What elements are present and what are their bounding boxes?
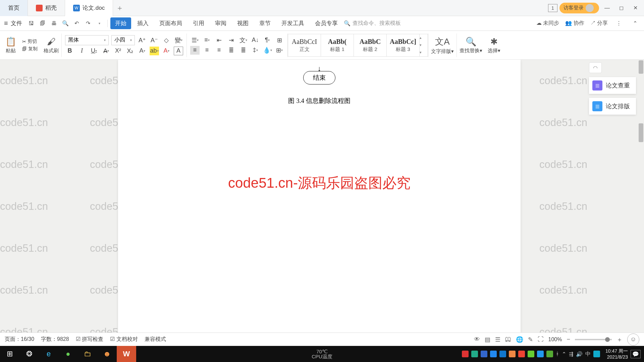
page[interactable]: ↓ 结束 图 3.4 信息删除流程图 code51.cn-源码乐园盗图必究: [118, 60, 521, 335]
menu-layout[interactable]: 页面布局: [155, 17, 187, 29]
guest-login-button[interactable]: 访客登录: [559, 3, 599, 13]
style-heading1[interactable]: AaBb(标题 1: [321, 34, 354, 56]
doc-check-toggle[interactable]: ☑ 文档校对: [110, 336, 138, 343]
qa-save-icon[interactable]: 🖫: [26, 18, 36, 28]
text-effects-icon[interactable]: A▾: [138, 47, 147, 55]
subscript-button[interactable]: X₂: [125, 47, 135, 55]
style-heading2[interactable]: AaBbC标题 2: [354, 34, 387, 56]
menu-view[interactable]: 视图: [232, 17, 253, 29]
collapse-ribbon-icon[interactable]: ⌃: [630, 18, 640, 28]
tray-icon[interactable]: [499, 351, 506, 357]
underline-button[interactable]: U▾: [89, 47, 99, 55]
show-marks-icon[interactable]: ¶▾: [263, 36, 272, 45]
task-app1-icon[interactable]: ❂: [19, 346, 39, 362]
font-color-button[interactable]: A▾: [162, 47, 171, 55]
scroll-thumb[interactable]: [639, 123, 643, 142]
side-toggle-icon[interactable]: ◠: [589, 62, 602, 73]
style-more-icon[interactable]: ▴▾▾: [420, 34, 428, 56]
zoom-slider[interactable]: [575, 339, 612, 340]
borders-icon[interactable]: ⊞▾: [275, 46, 284, 55]
tray-icon[interactable]: [481, 351, 487, 357]
page-indicator[interactable]: 页面：16/30: [5, 336, 34, 343]
tray-icon[interactable]: [471, 351, 478, 357]
outdent-icon[interactable]: ⇤: [214, 36, 224, 45]
sort-icon[interactable]: A↓: [251, 36, 260, 45]
copy-button[interactable]: 🗐 复制: [22, 46, 38, 52]
tab-daoke[interactable]: 稻壳: [28, 0, 65, 16]
tab-stops-icon[interactable]: ⊞: [275, 36, 284, 45]
command-search[interactable]: 🔍查找命令、搜索模板: [344, 20, 401, 27]
menu-devtools[interactable]: 开发工具: [277, 17, 309, 29]
more-menu-icon[interactable]: ⋮: [614, 18, 624, 28]
qa-undo-icon[interactable]: ↶: [72, 18, 82, 28]
volume-icon[interactable]: 🔊: [576, 351, 583, 357]
qa-preview-icon[interactable]: 🔍: [60, 18, 70, 28]
select-button[interactable]: ✱选择▾: [485, 37, 503, 54]
unsync-button[interactable]: ☁ 未同步: [536, 20, 559, 27]
cpu-temp-widget[interactable]: 70℃ CPU温度: [312, 349, 332, 359]
spellcheck-toggle[interactable]: ☑ 拼写检查: [76, 336, 103, 343]
asian-layout-icon[interactable]: 文▾: [238, 36, 248, 45]
tray-icon[interactable]: [528, 351, 534, 357]
paper-check-button[interactable]: ≣论文查重: [589, 77, 636, 94]
share-button[interactable]: ↗ 分享: [590, 20, 608, 27]
shading-icon[interactable]: 💧▾: [263, 46, 272, 55]
wps-taskbar-icon[interactable]: W: [117, 346, 136, 362]
menu-chapter[interactable]: 章节: [255, 17, 275, 29]
shrink-font-icon[interactable]: A⁻: [150, 36, 159, 45]
menu-insert[interactable]: 插入: [132, 17, 153, 29]
font-family-select[interactable]: 黑体▾: [65, 35, 109, 45]
view-web-icon[interactable]: 🌐: [516, 336, 523, 343]
line-spacing-icon[interactable]: ‡▾: [251, 46, 260, 55]
highlight-button[interactable]: ab▾: [150, 47, 159, 55]
tab-document[interactable]: W论文.doc: [65, 0, 113, 16]
tray-icon[interactable]: [537, 351, 544, 357]
number-list-icon[interactable]: ≡▾: [202, 36, 212, 45]
minimize-button[interactable]: —: [601, 2, 613, 14]
bold-button[interactable]: B: [65, 47, 74, 55]
chevron-up-icon[interactable]: ⌃: [562, 351, 566, 357]
notifications-icon[interactable]: 💬: [631, 350, 641, 358]
qa-redo-icon[interactable]: ↷: [83, 18, 93, 28]
qa-saveas-icon[interactable]: 🗐: [38, 18, 48, 28]
font-size-select[interactable]: 小四▾: [111, 35, 135, 45]
collab-button[interactable]: 👥 协作: [565, 20, 584, 27]
tray-icon[interactable]: [509, 351, 516, 357]
vertical-scrollbar[interactable]: [638, 60, 644, 346]
compat-mode[interactable]: 兼容模式: [145, 336, 166, 343]
indent-icon[interactable]: ⇥: [226, 36, 236, 45]
task-app2-icon[interactable]: ☻: [97, 346, 117, 362]
document-area[interactable]: code51.cncode51.cncode51.cncode51.cncode…: [0, 60, 644, 346]
zoom-thumb[interactable]: [605, 337, 610, 342]
align-right-icon[interactable]: ≡: [214, 46, 224, 55]
strike-button[interactable]: A̶▾: [101, 47, 111, 55]
grow-font-icon[interactable]: A⁺: [138, 36, 147, 45]
restore-button[interactable]: ◻: [615, 2, 627, 14]
menu-file[interactable]: 文件: [11, 19, 22, 27]
tray-icon[interactable]: [490, 351, 497, 357]
hamburger-icon[interactable]: ≡: [4, 19, 8, 27]
paste-button[interactable]: 📋粘贴: [3, 37, 19, 54]
style-normal[interactable]: AaBbCcI正文: [288, 34, 321, 56]
clear-format-icon[interactable]: ◇: [162, 36, 171, 45]
eye-icon[interactable]: 👁: [474, 336, 480, 343]
start-button[interactable]: ⊞: [0, 346, 19, 362]
find-replace-button[interactable]: 🔍查找替换▾: [457, 37, 485, 54]
view-page-icon[interactable]: ▤: [485, 336, 490, 343]
word-count[interactable]: 字数：9828: [41, 336, 69, 343]
tray-icon[interactable]: [593, 351, 600, 357]
tray-icon[interactable]: [518, 351, 525, 357]
bullet-list-icon[interactable]: ☰▾: [190, 36, 200, 45]
tab-home[interactable]: 首页: [0, 0, 28, 16]
superscript-button[interactable]: X²: [113, 47, 123, 55]
zoom-in-icon[interactable]: ＋: [616, 336, 623, 344]
qa-print-icon[interactable]: 🖶: [49, 18, 59, 28]
zoom-level[interactable]: 100%: [548, 337, 562, 343]
align-center-icon[interactable]: ≡: [202, 46, 212, 55]
format-painter-button[interactable]: 🖌格式刷: [41, 37, 61, 54]
text-direction-button[interactable]: 文A文字排版▾: [428, 36, 457, 55]
window-count-badge[interactable]: 1: [548, 4, 557, 12]
menu-vip[interactable]: 会员专享: [310, 17, 342, 29]
wifi-icon[interactable]: ⇶: [569, 351, 573, 357]
align-left-icon[interactable]: ≡: [190, 46, 200, 55]
